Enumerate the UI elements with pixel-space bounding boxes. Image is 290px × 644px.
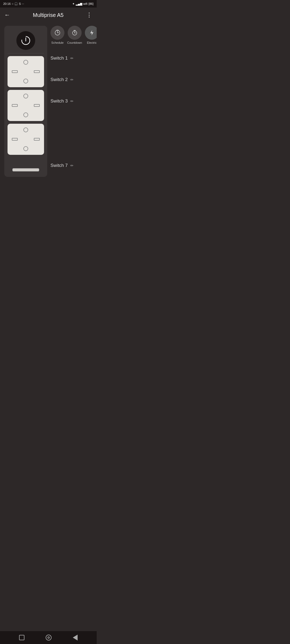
- signal-icon: ▂▄▆: [76, 2, 82, 6]
- app-header: ← Multiprise A5 ⋮: [0, 8, 97, 23]
- socket-card-2[interactable]: [8, 90, 44, 121]
- schedule-icon: [54, 30, 61, 36]
- switch-item-2[interactable]: Switch 2 ✏: [50, 69, 97, 90]
- bluetooth-icon: ✦: [72, 2, 75, 6]
- switch-2-label: Switch 2: [50, 77, 68, 82]
- switch-1-label: Switch 1: [50, 56, 68, 61]
- socket-middle-1: [11, 70, 41, 73]
- countdown-label: Countdown: [67, 41, 82, 44]
- battery-icon: [86]: [89, 2, 93, 5]
- countdown-circle: [68, 26, 82, 40]
- countdown-action[interactable]: Countdown: [67, 26, 82, 44]
- socket-face-3: [10, 126, 42, 153]
- socket-middle-2: [11, 104, 41, 107]
- socket-face-1: [10, 58, 42, 85]
- status-time: 20:16: [3, 2, 11, 5]
- socket-slot-left-3: [12, 138, 18, 141]
- power-icon: [21, 36, 31, 45]
- schedule-circle: [50, 26, 64, 40]
- power-section: [8, 29, 44, 53]
- socket-hole-bottom-2: [23, 112, 28, 117]
- wifi-icon: wifi: [83, 2, 88, 5]
- switch-list: Switch 1 ✏ Switch 2 ✏ Switch 3 ✏ Switch …: [50, 47, 97, 176]
- socket-face-2: [10, 92, 42, 119]
- back-button[interactable]: ←: [4, 12, 10, 19]
- usb-bar: [12, 168, 39, 171]
- svg-marker-5: [90, 30, 93, 35]
- power-button[interactable]: [16, 31, 35, 50]
- socket-hole-top-2: [23, 94, 28, 98]
- electric-icon: [89, 30, 95, 36]
- main-content: Schedule Countdown: [0, 23, 97, 180]
- switch-item-3[interactable]: Switch 3 ✏: [50, 90, 97, 112]
- status-right: ✦ ▂▄▆ wifi [86]: [72, 2, 93, 6]
- status-left: 20:16 ○ 🎧 S ···: [3, 2, 24, 6]
- schedule-label: Schedule: [51, 41, 64, 44]
- switch-1-edit-icon[interactable]: ✏: [70, 56, 74, 60]
- socket-card-3[interactable]: [8, 124, 44, 155]
- right-panel: Schedule Countdown: [50, 26, 97, 177]
- device-panel: [4, 26, 47, 177]
- socket-slot-right-1: [34, 70, 40, 73]
- socket-slot-right-2: [34, 104, 40, 107]
- switch-3-label: Switch 3: [50, 98, 68, 104]
- switch-item-7[interactable]: Switch 7 ✏: [50, 155, 97, 176]
- socket-slot-left-2: [12, 104, 18, 107]
- electric-action[interactable]: Electric: [85, 26, 97, 44]
- socket-hole-bottom-3: [23, 146, 28, 151]
- switch-3-edit-icon[interactable]: ✏: [70, 99, 74, 103]
- usb-section[interactable]: [8, 158, 44, 174]
- switch-item-1[interactable]: Switch 1 ✏: [50, 47, 97, 69]
- socket-slot-left-1: [12, 70, 18, 73]
- status-icons: ○ 🎧 S ···: [12, 2, 24, 6]
- page-title: Multiprise A5: [33, 12, 64, 18]
- socket-slot-right-3: [34, 138, 40, 141]
- electric-circle: [85, 26, 97, 40]
- socket-hole-bottom-1: [23, 79, 28, 83]
- schedule-action[interactable]: Schedule: [50, 26, 64, 44]
- switch-7-label: Switch 7: [50, 163, 68, 168]
- switch-2-edit-icon[interactable]: ✏: [70, 78, 74, 82]
- electric-label: Electric: [87, 41, 97, 44]
- quick-actions: Schedule Countdown: [50, 26, 97, 44]
- socket-hole-top-3: [23, 127, 28, 132]
- socket-middle-3: [11, 138, 41, 141]
- switch-7-edit-icon[interactable]: ✏: [70, 163, 74, 168]
- menu-button[interactable]: ⋮: [86, 12, 92, 19]
- socket-card-1[interactable]: [8, 56, 44, 87]
- socket-hole-top-1: [23, 60, 28, 65]
- countdown-icon: [71, 30, 78, 36]
- status-bar: 20:16 ○ 🎧 S ··· ✦ ▂▄▆ wifi [86]: [0, 0, 97, 8]
